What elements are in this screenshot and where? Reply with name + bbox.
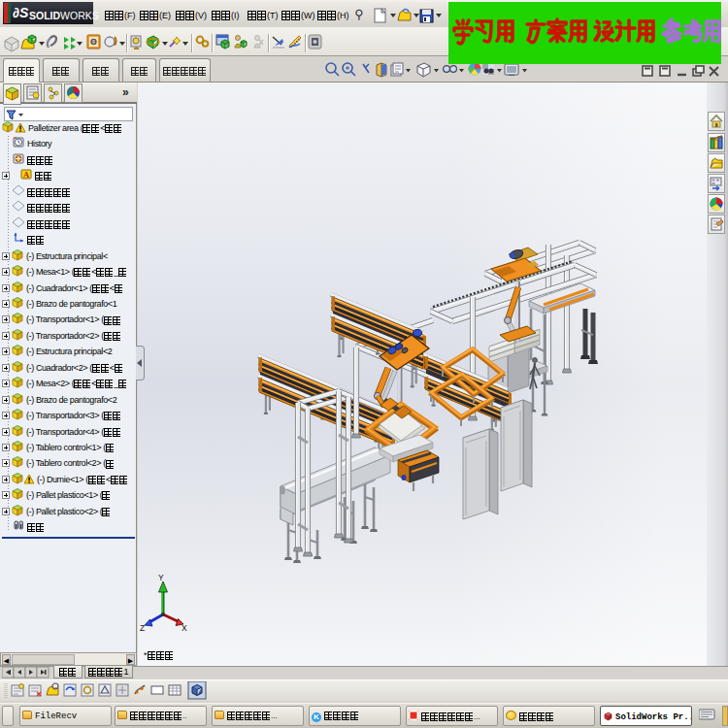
svg-text:Z: Z — [140, 623, 145, 633]
svg-text:X: X — [182, 623, 187, 633]
svg-text:Y: Y — [158, 573, 164, 582]
